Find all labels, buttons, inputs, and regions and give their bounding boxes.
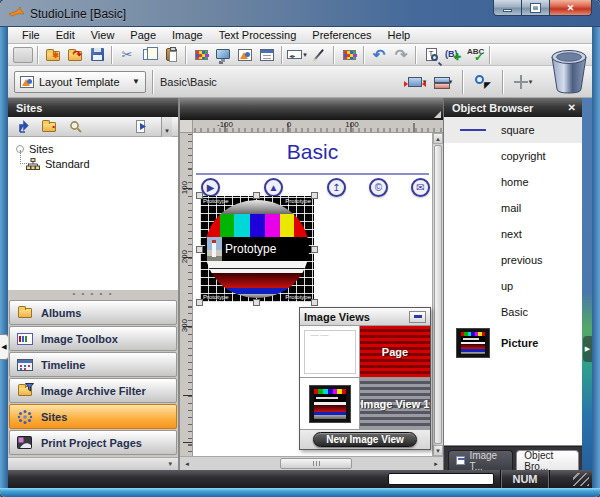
object-item-square[interactable]: square: [444, 117, 582, 143]
menu-text-processing[interactable]: Text Processing: [211, 28, 305, 42]
layout-template-combo[interactable]: Layout Template ▼: [14, 71, 146, 93]
spell-check-button[interactable]: ABC✓: [464, 45, 486, 65]
sidebar-item-sites[interactable]: Sites: [9, 404, 177, 429]
copyright-icon[interactable]: ©: [369, 178, 388, 197]
maximize-button[interactable]: [522, 0, 550, 16]
color-grid-button[interactable]: [338, 45, 360, 65]
selection-handle[interactable]: [311, 192, 318, 199]
new-image-view-button[interactable]: New Image View: [313, 432, 417, 447]
horizontal-scroll-thumb[interactable]: [280, 458, 352, 469]
paste-button[interactable]: [160, 45, 182, 65]
image-view-row-1[interactable]: Image View 1: [300, 378, 430, 430]
selection-handle[interactable]: [253, 192, 260, 199]
canvas-top-dragbar[interactable]: [180, 98, 443, 120]
splitter-dots[interactable]: • • • • •: [8, 290, 178, 299]
monitor-preview-button[interactable]: [212, 45, 234, 65]
panel-options-dropdown[interactable]: ▾: [161, 117, 172, 137]
title-bar[interactable]: StudioLine [Basic] ✕: [0, 0, 600, 27]
canvas-vertical-scrollbar[interactable]: ▲ ▼: [432, 133, 443, 456]
collapse-right-panel-handle[interactable]: ▶: [583, 336, 592, 362]
image-views-header[interactable]: Image Views: [300, 308, 430, 326]
pan-button[interactable]: ▾: [510, 70, 536, 94]
minimize-button[interactable]: [493, 0, 522, 16]
object-item-basic[interactable]: Basic: [444, 299, 582, 325]
canvas-horizontal-scrollbar[interactable]: ◂ ▸: [180, 456, 443, 470]
home-icon[interactable]: ↥: [327, 178, 346, 197]
blank-button[interactable]: [12, 45, 34, 65]
page-title[interactable]: Basic: [193, 140, 432, 164]
selection-handle[interactable]: [253, 299, 260, 306]
search-button[interactable]: [66, 119, 84, 135]
menu-file[interactable]: File: [14, 28, 48, 42]
resize-grip[interactable]: [573, 473, 589, 486]
sidebar-item-image-archive-filter[interactable]: Image Archive Filter: [9, 378, 177, 403]
selection-handle[interactable]: [311, 246, 318, 253]
undo-button[interactable]: ↶: [368, 45, 390, 65]
close-button[interactable]: ✕: [550, 0, 592, 16]
redo-button[interactable]: ↷: [390, 45, 412, 65]
tree-item-sites[interactable]: Sites: [16, 141, 178, 156]
selection-handle[interactable]: [196, 192, 203, 199]
copy-button[interactable]: [138, 45, 160, 65]
sidebar-overflow-dropdown[interactable]: ▾: [8, 457, 178, 470]
object-browser-header[interactable]: Object Browser ✕: [444, 98, 582, 117]
recycle-bin[interactable]: [546, 45, 592, 97]
vertical-scroll-thumb[interactable]: [434, 145, 442, 444]
image-view-row-page[interactable]: Page: [300, 326, 430, 378]
save-button[interactable]: [86, 45, 108, 65]
new-folder-button[interactable]: •: [40, 119, 58, 135]
close-panel-icon[interactable]: ✕: [568, 102, 576, 113]
sites-panel-header[interactable]: Sites: [8, 98, 178, 117]
text-field-button[interactable]: ▾: [286, 45, 308, 65]
menu-preferences[interactable]: Preferences: [304, 28, 379, 42]
image-archive-button[interactable]: [190, 45, 212, 65]
distribute-objects-button[interactable]: ▾: [430, 70, 456, 94]
export-site-button[interactable]: [133, 119, 151, 135]
align-objects-button[interactable]: ▾: [404, 70, 430, 94]
object-item-picture[interactable]: Picture: [444, 325, 582, 361]
tab-object-browser[interactable]: Object Bro...: [516, 450, 579, 470]
selection-handle[interactable]: [196, 299, 203, 306]
palette-minimize-button[interactable]: [409, 311, 426, 323]
selection-handle[interactable]: [196, 246, 203, 253]
scroll-left-icon[interactable]: ◂: [180, 458, 194, 470]
text-preview-button[interactable]: T: [420, 45, 442, 65]
new-page-button[interactable]: ✱: [42, 45, 64, 65]
object-item-home[interactable]: home: [444, 169, 582, 195]
mail-icon[interactable]: ✉: [411, 178, 430, 197]
scroll-right-icon[interactable]: ▸: [429, 458, 443, 470]
open-button[interactable]: ↷: [64, 45, 86, 65]
menu-help[interactable]: Help: [380, 28, 419, 42]
zoom-button[interactable]: ◤: [470, 70, 496, 94]
sidebar-item-timeline[interactable]: Timeline: [9, 352, 177, 377]
object-item-mail[interactable]: mail: [444, 195, 582, 221]
scroll-up-icon[interactable]: ▲: [433, 133, 443, 144]
up-level-button[interactable]: [14, 119, 32, 135]
scroll-down-icon[interactable]: ▼: [433, 445, 443, 456]
menu-image[interactable]: Image: [164, 28, 211, 42]
right-dock-strip: [582, 98, 592, 470]
menu-page[interactable]: Page: [122, 28, 164, 42]
menu-view[interactable]: View: [83, 28, 123, 42]
object-item-previous[interactable]: previous: [444, 247, 582, 273]
object-item-next[interactable]: next: [444, 221, 582, 247]
menu-edit[interactable]: Edit: [48, 28, 83, 42]
current-path[interactable]: Basic\Basic: [160, 76, 217, 88]
sidebar-item-image-toolbox[interactable]: Image Toolbox: [9, 326, 177, 351]
sidebar-item-print-project-pages[interactable]: Print Project Pages: [9, 430, 177, 455]
horizontal-rule-object[interactable]: [196, 173, 429, 175]
find-image-button[interactable]: (B)✚: [442, 45, 464, 65]
selection-handle[interactable]: [311, 299, 318, 306]
layout-objects-button[interactable]: [234, 45, 256, 65]
up-icon[interactable]: ▲: [264, 178, 283, 197]
prototype-image-object[interactable]: Prototype Prototype Prototype Prototype …: [200, 196, 314, 302]
tree-item-standard[interactable]: Standard: [16, 156, 178, 171]
tab-image-toolbox[interactable]: Image T...: [448, 450, 513, 470]
cut-button[interactable]: ✂: [116, 45, 138, 65]
sidebar-item-albums[interactable]: Albums: [9, 300, 177, 325]
object-item-copyright[interactable]: copyright: [444, 143, 582, 169]
object-item-up[interactable]: up: [444, 273, 582, 299]
pen-button[interactable]: [308, 45, 330, 65]
next-icon[interactable]: ▶: [201, 178, 220, 197]
form-window-button[interactable]: [256, 45, 278, 65]
